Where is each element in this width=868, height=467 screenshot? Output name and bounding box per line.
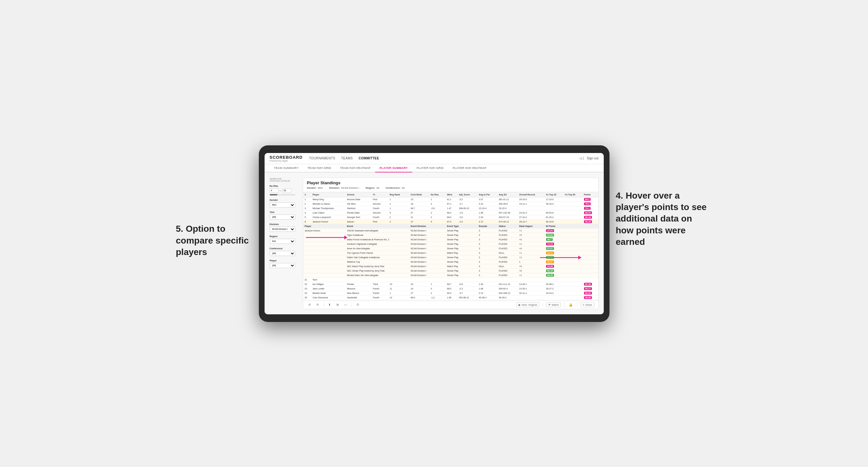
cell-points[interactable]: 60.02	[582, 291, 598, 295]
outer-wrapper: 4. Hover over a player's points to see a…	[259, 145, 610, 322]
dash-button[interactable]: —	[343, 303, 348, 307]
event-points[interactable]: 57.57	[545, 246, 598, 251]
tab-player-h2h-heatmap[interactable]: PLAYER H2H HEATMAP	[448, 164, 491, 173]
undo-button[interactable]: ↺	[307, 303, 312, 307]
svg-marker-3	[344, 236, 347, 240]
division-select[interactable]: NCAA Division I	[270, 227, 295, 232]
cell-points[interactable]: 76.2	[582, 201, 598, 206]
event-row: The Cypress Point Classic NCAA Division …	[303, 251, 598, 255]
col-adj-score: Adj. Score	[458, 192, 477, 197]
cell-points[interactable]: 59.95	[582, 295, 598, 300]
event-points[interactable]: 46.7	[545, 237, 598, 242]
filter-gender: Gender Men	[270, 198, 298, 208]
view-original-button[interactable]: ▶ View: Original	[517, 303, 539, 307]
cell-points-active[interactable]: 58.18	[582, 219, 598, 224]
col-vs50: Vs Top 50	[563, 192, 582, 197]
no-rds-slider[interactable]	[270, 194, 295, 195]
tablet-screen: SCOREBOARD Powered by clippit TOURNAMENT…	[265, 153, 604, 314]
standings-tbody: 1 Wenyi Ding Arizona State First 1 15 1 …	[303, 197, 598, 301]
tab-team-h2h-grid[interactable]: TEAM H2H GRID	[303, 164, 335, 173]
watch-button[interactable]: 👁 Watch	[546, 303, 561, 307]
year-select[interactable]: (All)	[270, 215, 295, 220]
tab-team-summary[interactable]: TEAM SUMMARY	[270, 164, 303, 173]
event-row: SEC Match Play hosted by Jerry Pate NCAA…	[303, 264, 598, 269]
cell-rank: 1	[303, 197, 311, 201]
table-row: 4 Luke Claton Florida State Second 5 27 …	[303, 210, 598, 215]
filter-year: Year (All)	[270, 211, 298, 220]
gender-select[interactable]: Men	[270, 203, 295, 208]
event-points[interactable]: 22.64	[545, 228, 598, 233]
nav-tournaments[interactable]: TOURNAMENTS	[309, 155, 335, 161]
arrow-right-annotation	[540, 255, 582, 260]
logo-sub: Powered by clippit	[270, 160, 303, 162]
copy-button[interactable]: ⧉	[335, 303, 340, 307]
tablet-frame: SCOREBOARD Powered by clippit TOURNAMENT…	[259, 145, 610, 322]
table-row: 1 Wenyi Ding Arizona State First 1 15 1 …	[303, 197, 598, 201]
table-header-row: # Player School Yr Reg Rank Conf Rank No…	[303, 192, 598, 197]
filter-no-rds: No Rds. –	[270, 185, 298, 195]
alert-button[interactable]: 🔔	[568, 303, 574, 307]
player-select[interactable]: (All)	[270, 263, 295, 268]
nav-teams[interactable]: TEAMS	[341, 155, 353, 161]
cell-points[interactable]: 60.27	[582, 286, 598, 291]
col-yr: Yr	[371, 192, 388, 197]
event-points[interactable]: 53.60	[545, 233, 598, 237]
table-row highlighted-row: 6 Jackson Koivun Auburn First 2 27 5 87.…	[303, 219, 598, 224]
standings-table-wrapper: # Player School Yr Reg Rank Conf Rank No…	[303, 192, 598, 301]
col-player: Player	[311, 192, 345, 197]
event-points[interactable]: 34.11	[545, 251, 598, 255]
event-points[interactable]: 66.40	[545, 273, 598, 277]
toolbar-divider-3	[542, 303, 543, 307]
range-fill	[270, 194, 277, 195]
cell-points[interactable]: 68.54	[582, 210, 598, 215]
col-avg-par: Avg to Par	[477, 192, 497, 197]
arrow-left-annotation	[306, 235, 347, 240]
cell-yr: First	[371, 197, 388, 201]
tab-player-summary[interactable]: PLAYER SUMMARY	[375, 164, 412, 173]
table-row: 22 Ian Gilligan Florida Third 10 24 1 68…	[303, 282, 598, 286]
filter-display-region: Region: All	[366, 186, 379, 189]
standings-header: Player Standings Gender: Men Division: N…	[303, 178, 598, 192]
logo-text: SCOREBOARD	[270, 155, 303, 160]
filter-panel: Update time: 27/01/2024 16:56:26 No Rds.…	[270, 178, 298, 309]
update-time: Update time: 27/01/2024 16:56:26	[270, 178, 298, 182]
sign-out[interactable]: Sign out	[587, 157, 599, 160]
download-button[interactable]: ⬇	[327, 303, 332, 307]
share-button[interactable]: ⎋ Share	[581, 303, 594, 307]
tab-team-h2h-heatmap[interactable]: TEAM H2H HEATMAP	[336, 164, 375, 173]
event-points[interactable]: 30.47	[545, 259, 598, 264]
nav-links: TOURNAMENTS TEAMS COMMITTEE	[309, 155, 573, 161]
standings-panel: Player Standings Gender: Men Division: N…	[303, 178, 599, 309]
event-points[interactable]: 25.98	[545, 264, 598, 269]
table-row: 24 Bastien Amat New Mexico Fourth 1 27 2…	[303, 291, 598, 295]
no-rds-max-input[interactable]	[282, 188, 291, 193]
event-row: Southern Highlands Collegiate NCAA Divis…	[303, 242, 598, 246]
table-row: 21 Tech	[303, 277, 598, 282]
col-conf-rank: Conf Rank	[409, 192, 429, 197]
table-row: 5 Christo Lamprecht Georgia Tech Fourth …	[303, 215, 598, 219]
header-back[interactable]: ◁ |	[579, 157, 583, 160]
cell-player: Wenyi Ding	[311, 197, 345, 201]
cell-points[interactable]: 60.49	[582, 215, 598, 219]
redo-button[interactable]: ↻	[315, 303, 320, 307]
table-row: 3 Michael Thorbjornsen Stanford Fourth 1…	[303, 206, 598, 210]
cell-points[interactable]: 60.58	[582, 282, 598, 286]
share-icon: ⎋	[583, 304, 584, 306]
event-points[interactable]: 73.33	[545, 242, 598, 246]
filter-division: Division NCAA Division I	[270, 223, 298, 232]
cell-points[interactable]: 70.1	[582, 206, 598, 210]
region-select[interactable]: N/A	[270, 239, 295, 244]
eye-icon: 👁	[548, 304, 551, 306]
cell-points[interactable]: 69.2	[582, 197, 598, 201]
annotation-bottom-left: 5. Option to compare specific players	[176, 223, 252, 258]
tab-player-h2h-grid[interactable]: PLAYER H2H GRID	[412, 164, 448, 173]
clock-button[interactable]: ⏱	[355, 303, 361, 307]
event-points[interactable]: 56.18	[545, 269, 598, 273]
nav-committee[interactable]: COMMITTEE	[359, 155, 379, 161]
event-row: Jackson Koivun UNCW Seahawk Intercollegi…	[303, 228, 598, 233]
table-row: 2 Michael La Sasso Ole Miss Second 1 18 …	[303, 201, 598, 206]
conference-select[interactable]: (All)	[270, 251, 295, 256]
toolbar-divider-1	[323, 303, 324, 307]
no-rds-min-input[interactable]	[270, 188, 279, 193]
event-table-header-row: Player Event Event Division Event Type R…	[303, 224, 598, 228]
